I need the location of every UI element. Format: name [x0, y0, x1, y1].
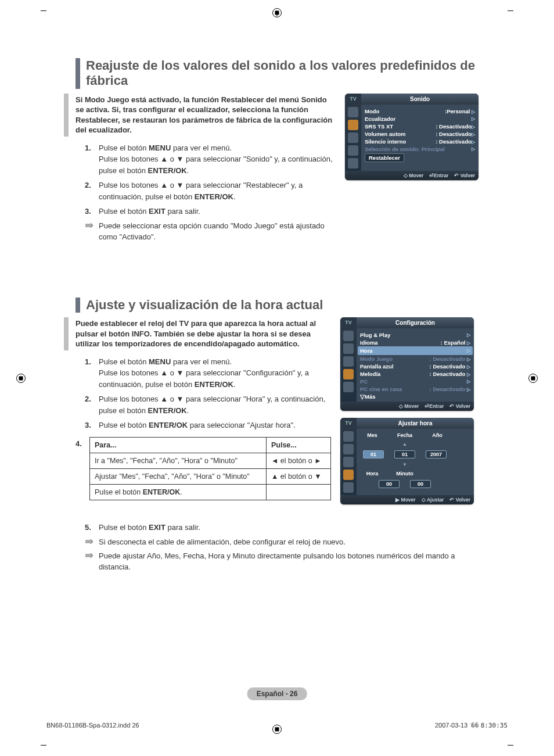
down-arrow-icon: ▼	[402, 462, 407, 467]
foot-back: ↶ Volver	[454, 173, 475, 178]
osd-set-clock: TVAjustar hora MesFechaAño ▲ 01012007 ▼ …	[340, 418, 474, 504]
section-sound-reset: Reajuste de los valores del sonido a los…	[75, 58, 479, 245]
foot-enter: ⏎Entrar	[429, 173, 448, 178]
note-arrow-icon	[85, 537, 99, 548]
section-intro: Puede establecer el reloj del TV para qu…	[64, 317, 331, 350]
foot-move: ◇ Mover	[404, 173, 423, 178]
note: Puede ajustar Año, Mes, Fecha, Hora y Mi…	[85, 551, 479, 573]
step-4: 4. Para...Pulse... Ir a "Mes", "Fecha", …	[75, 435, 331, 500]
step-2: 2.Pulse los botones ▲ o ▼ para seleccion…	[85, 393, 331, 416]
note: Si desconecta el cable de alimentación, …	[85, 537, 479, 548]
steps-list: 1.Pulse el botón MENU para ver el menú.P…	[75, 356, 331, 431]
crop-mark	[41, 745, 46, 746]
section-intro: Si Modo Juego está activado, la función …	[64, 94, 336, 137]
registration-mark-icon	[272, 8, 282, 17]
section-clock: Ajuste y visualización de la hora actual…	[75, 298, 479, 573]
steps-list-cont: 5.Pulse el botón EXIT para salir.	[75, 522, 479, 533]
note-arrow-icon	[85, 221, 99, 243]
step-3: 3.Pulse el botón EXIT para salir.	[85, 206, 336, 217]
print-metadata: BN68-01186B-Spa-0312.indd 26 2007-03-13 …	[46, 722, 508, 729]
osd-iconbar	[345, 105, 361, 171]
note-arrow-icon	[85, 551, 99, 573]
step-2: 2.Pulse los botones ▲ o ▼ para seleccion…	[85, 180, 336, 202]
heading-bar	[75, 58, 80, 89]
page-number-badge: Español - 26	[247, 687, 307, 700]
section-title: Reajuste de los valores del sonido a los…	[86, 58, 479, 89]
up-arrow-icon: ▲	[402, 442, 407, 447]
osd-config-menu: TVConfiguración Plug & Play▷ Idioma: Esp…	[340, 317, 474, 411]
section-title: Ajuste y visualización de la hora actual	[86, 298, 479, 313]
heading-bar	[75, 298, 80, 313]
step-1: 1.Pulse el botón MENU para ver el menú.P…	[85, 356, 331, 390]
registration-mark-icon	[16, 374, 26, 383]
step-5: 5.Pulse el botón EXIT para salir.	[85, 522, 479, 533]
registration-mark-icon	[528, 374, 538, 383]
controls-table: Para...Pulse... Ir a "Mes", "Fecha", "Añ…	[89, 437, 331, 500]
source-file: BN68-01186B-Spa-0312.indd 26	[46, 722, 139, 729]
crop-mark	[41, 10, 46, 11]
manual-page: Reajuste de los valores del sonido a los…	[0, 0, 554, 756]
steps-list: 1.Pulse el botón MENU para ver el menú.P…	[75, 142, 336, 217]
crop-mark	[508, 745, 513, 746]
step-1: 1.Pulse el botón MENU para ver el menú.P…	[85, 142, 336, 177]
osd-sound-menu: TVSonido Modo:Personal ▷ Ecualizador▷ SR…	[345, 94, 479, 180]
step-3: 3.Pulse el botón ENTER/OK para seleccion…	[85, 420, 331, 431]
osd-selected-row: Hora▷	[358, 346, 473, 355]
crop-mark	[508, 10, 513, 11]
page-content: Reajuste de los valores del sonido a los…	[75, 58, 479, 625]
note: Puede seleccionar esta opción cuando "Mo…	[85, 221, 336, 243]
